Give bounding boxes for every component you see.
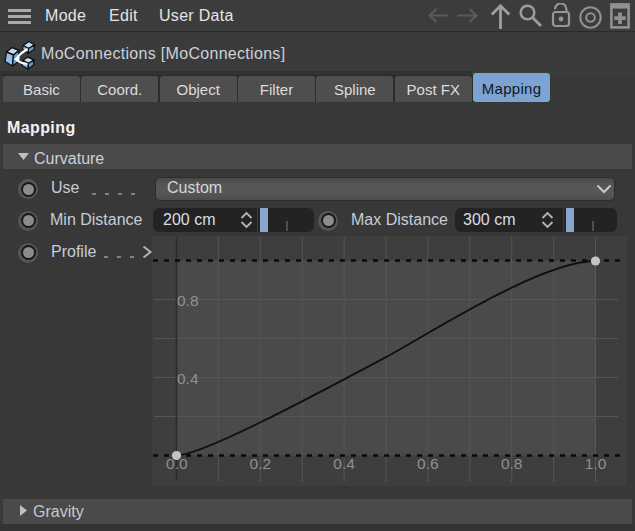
svg-text:1.0: 1.0 xyxy=(585,455,607,472)
svg-text:0.0: 0.0 xyxy=(166,455,188,472)
svg-text:0.4: 0.4 xyxy=(177,370,199,387)
svg-text:0.2: 0.2 xyxy=(250,455,272,472)
svg-text:0.8: 0.8 xyxy=(177,292,199,309)
svg-text:0.4: 0.4 xyxy=(333,455,355,472)
svg-text:0.8: 0.8 xyxy=(501,455,523,472)
svg-text:0.6: 0.6 xyxy=(417,455,439,472)
